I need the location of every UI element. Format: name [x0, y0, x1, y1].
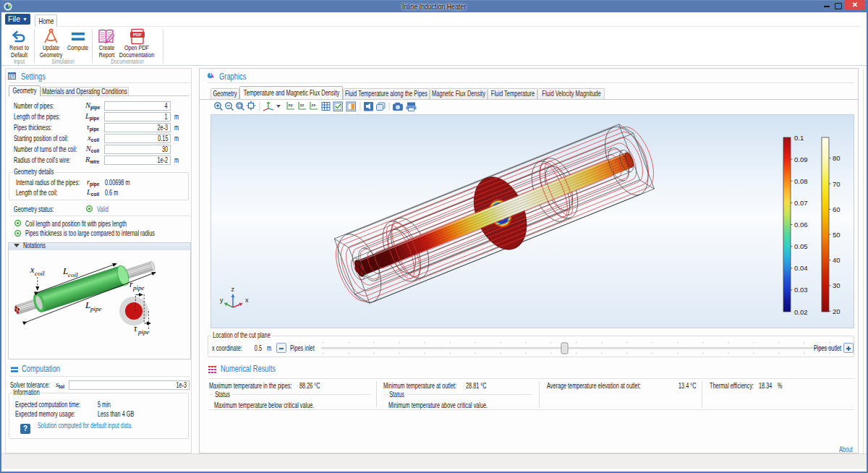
svg-text:pipe: pipe [132, 284, 145, 291]
svg-text:x: x [30, 265, 35, 275]
svg-text:zx: zx [312, 103, 317, 107]
svg-text:0.08: 0.08 [794, 177, 808, 185]
svg-text:y: y [220, 297, 224, 304]
svg-text:0.02: 0.02 [794, 308, 808, 316]
svg-text:40: 40 [833, 256, 841, 264]
svg-text:τ: τ [134, 323, 137, 333]
svg-text:30: 30 [833, 281, 841, 289]
svg-text:0.06: 0.06 [794, 221, 808, 229]
svg-text:coil: coil [35, 270, 45, 277]
svg-text:20: 20 [833, 307, 841, 315]
svg-text:x: x [245, 297, 249, 304]
svg-text:60: 60 [833, 205, 841, 213]
svg-text:z: z [231, 286, 235, 293]
svg-text:yz: yz [300, 103, 305, 107]
svg-text:0.1: 0.1 [794, 134, 804, 142]
svg-text:pipe: pipe [137, 328, 150, 336]
svg-text:L: L [62, 265, 68, 276]
svg-text:pipe: pipe [90, 305, 102, 312]
svg-text:xy: xy [289, 103, 294, 107]
svg-text:0.09: 0.09 [794, 155, 808, 163]
svg-text:80: 80 [833, 154, 841, 162]
svg-text:0.03: 0.03 [794, 286, 808, 294]
svg-text:coil: coil [68, 271, 78, 278]
svg-text:70: 70 [833, 180, 841, 188]
svg-text:50: 50 [833, 231, 841, 239]
svg-text:0.05: 0.05 [794, 242, 808, 250]
svg-text:PDF: PDF [133, 33, 142, 37]
svg-text:0.07: 0.07 [794, 199, 808, 207]
svg-text:0.04: 0.04 [794, 264, 808, 272]
svg-text:L: L [85, 299, 90, 310]
